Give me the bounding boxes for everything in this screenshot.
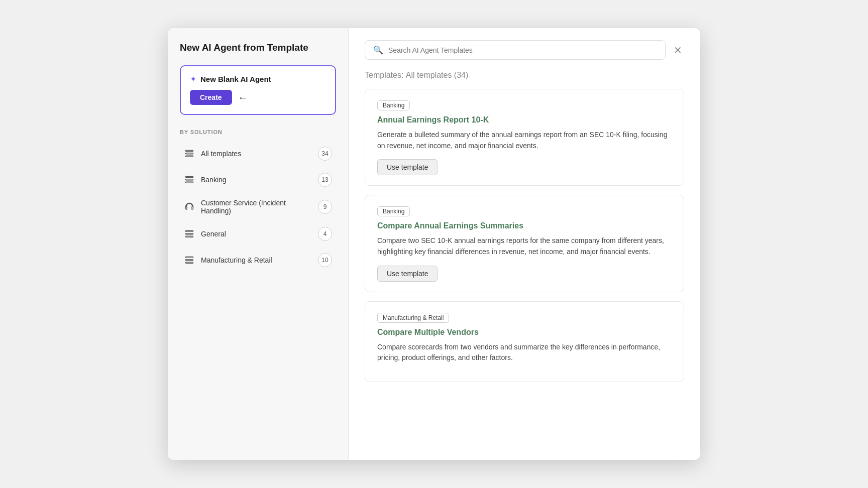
- nav-count-general: 4: [318, 227, 332, 241]
- svg-rect-8: [186, 236, 193, 237]
- nav-label-customer-service: Customer Service (Incident Handling): [201, 199, 312, 215]
- nav-label-manufacturing: Manufacturing & Retail: [201, 256, 312, 264]
- card-desc-1: Generate a bulleted summary of the annua…: [377, 130, 672, 151]
- blank-agent-header: ✦ New Blank AI Agent: [190, 74, 326, 84]
- nav-count-customer-service: 9: [318, 200, 332, 214]
- svg-rect-10: [186, 260, 193, 261]
- search-icon: 🔍: [373, 45, 383, 55]
- template-card-3: Manufacturing & Retail Compare Multiple …: [365, 301, 684, 382]
- close-button[interactable]: ✕: [672, 43, 684, 57]
- by-solution-label: BY SOLUTION: [180, 129, 336, 135]
- card-desc-3: Compare scorecards from two vendors and …: [377, 342, 672, 363]
- svg-rect-1: [186, 153, 193, 154]
- use-template-button-2[interactable]: Use template: [377, 266, 438, 282]
- sidebar: New AI Agent from Template ✦ New Blank A…: [168, 28, 349, 460]
- nav-label-general: General: [201, 230, 312, 238]
- templates-heading: Templates: All templates (34): [365, 71, 684, 80]
- template-card-1: Banking Annual Earnings Report 10-K Gene…: [365, 89, 684, 186]
- banking-icon: [184, 174, 195, 185]
- card-title-2: Compare Annual Earnings Summaries: [377, 221, 672, 230]
- tag-manufacturing: Manufacturing & Retail: [377, 313, 449, 323]
- nav-count-all-templates: 34: [318, 147, 332, 161]
- blank-agent-card: ✦ New Blank AI Agent Create ←: [180, 65, 336, 115]
- sidebar-item-customer-service[interactable]: Customer Service (Incident Handling) 9: [180, 193, 336, 220]
- headset-icon: [184, 201, 195, 212]
- nav-label-banking: Banking: [201, 176, 312, 184]
- svg-rect-0: [186, 150, 193, 151]
- sidebar-item-all-templates[interactable]: All templates 34: [180, 141, 336, 166]
- sidebar-item-banking[interactable]: Banking 13: [180, 167, 336, 192]
- create-row: Create ←: [190, 90, 326, 105]
- use-template-button-1[interactable]: Use template: [377, 159, 438, 175]
- tag-banking-1: Banking: [377, 100, 410, 110]
- sidebar-item-general[interactable]: General 4: [180, 221, 336, 247]
- sidebar-item-manufacturing[interactable]: Manufacturing & Retail 10: [180, 248, 336, 273]
- sparkle-icon: ✦: [190, 74, 196, 84]
- blank-agent-name: New Blank AI Agent: [200, 75, 271, 83]
- svg-rect-7: [186, 233, 193, 234]
- svg-rect-2: [186, 156, 193, 157]
- card-desc-2: Compare two SEC 10-K annual earnings rep…: [377, 235, 672, 257]
- nav-label-all-templates: All templates: [201, 150, 312, 158]
- template-card-2: Banking Compare Annual Earnings Summarie…: [365, 195, 684, 292]
- svg-rect-3: [186, 176, 193, 177]
- list-icon: [184, 148, 195, 159]
- general-icon: [184, 228, 195, 239]
- create-button[interactable]: Create: [190, 90, 232, 105]
- svg-rect-5: [186, 182, 193, 183]
- nav-count-banking: 13: [318, 173, 332, 187]
- tag-banking-2: Banking: [377, 206, 410, 216]
- search-bar: 🔍: [365, 40, 666, 60]
- svg-rect-11: [186, 262, 193, 263]
- search-bar-row: 🔍 ✕: [365, 40, 684, 60]
- nav-count-manufacturing: 10: [318, 253, 332, 267]
- main-content: 🔍 ✕ Templates: All templates (34) Bankin…: [349, 28, 700, 460]
- modal: New AI Agent from Template ✦ New Blank A…: [168, 28, 700, 460]
- svg-rect-6: [186, 230, 193, 231]
- search-input[interactable]: [388, 46, 657, 54]
- svg-rect-9: [186, 257, 193, 258]
- card-title-1: Annual Earnings Report 10-K: [377, 115, 672, 125]
- manufacturing-icon: [184, 255, 195, 266]
- sidebar-title: New AI Agent from Template: [180, 42, 336, 53]
- arrow-indicator: ←: [238, 92, 248, 103]
- svg-rect-4: [186, 179, 193, 180]
- nav-list: All templates 34 Banking 13 Customer Ser…: [180, 141, 336, 273]
- card-title-3: Compare Multiple Vendors: [377, 328, 672, 337]
